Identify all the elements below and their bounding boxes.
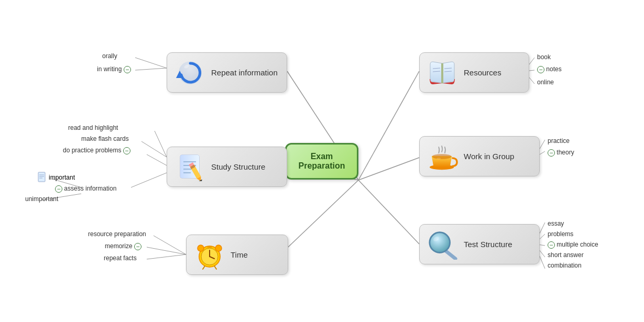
- work-label: Work in Group: [464, 152, 514, 161]
- study-branch-flashcards: make flash cards: [81, 135, 129, 142]
- svg-line-16: [147, 254, 186, 259]
- study-branch-practice: do practice problems −: [63, 147, 130, 154]
- resources-branch-online: online: [537, 79, 554, 86]
- test-branch-essay: essay: [548, 220, 564, 227]
- svg-line-2: [280, 180, 358, 254]
- study-branch-read: read and highlight: [68, 124, 118, 131]
- repeat-icon: [174, 58, 206, 87]
- svg-line-51: [203, 266, 205, 269]
- svg-point-49: [198, 245, 204, 251]
- svg-rect-53: [207, 246, 212, 248]
- test-label: Test Structure: [464, 240, 512, 249]
- svg-line-14: [154, 236, 186, 254]
- work-node: Work in Group: [419, 136, 540, 176]
- test-branch-choice: − multiple choice: [548, 241, 598, 249]
- resources-icon: [427, 58, 459, 87]
- work-icon: [427, 142, 459, 171]
- time-branch-memorize: memorize −: [105, 242, 141, 250]
- study-branch-unimportant: unimportant: [25, 195, 58, 203]
- svg-rect-41: [38, 172, 45, 182]
- study-icon: [174, 152, 206, 181]
- time-label: Time: [231, 250, 248, 259]
- resources-label: Resources: [464, 68, 501, 77]
- test-branch-problems: problems: [548, 230, 573, 238]
- repeat-label: Repeat information: [211, 68, 278, 77]
- important-label: important: [49, 174, 75, 181]
- svg-line-52: [214, 266, 216, 269]
- work-branch-theory: − theory: [548, 149, 574, 157]
- test-minus[interactable]: −: [548, 241, 555, 249]
- svg-line-11: [131, 173, 167, 187]
- study-branch-assess: − assess information: [55, 185, 116, 193]
- svg-line-5: [358, 180, 419, 244]
- resources-branch-notes: − notes: [537, 65, 562, 73]
- time-branch-repeat: repeat facts: [104, 254, 137, 262]
- important-group: important: [38, 172, 75, 183]
- svg-line-3: [358, 71, 419, 180]
- repeat-branch-orally: orally: [102, 52, 117, 60]
- test-branch-combo: combination: [548, 262, 582, 269]
- time-branch-resource: resource preparation: [88, 230, 146, 238]
- resources-minus[interactable]: −: [537, 66, 544, 73]
- svg-line-9: [141, 141, 167, 157]
- svg-line-4: [358, 158, 419, 180]
- test-node: Test Structure: [419, 224, 540, 264]
- study-node: Study Structure: [167, 147, 287, 187]
- study-label: Study Structure: [211, 162, 265, 171]
- time-node: Time: [186, 235, 288, 275]
- svg-point-60: [432, 154, 452, 159]
- svg-line-8: [155, 131, 167, 157]
- work-minus[interactable]: −: [548, 149, 555, 157]
- svg-point-50: [215, 245, 222, 251]
- time-icon: [194, 240, 225, 269]
- doc-icon: [38, 172, 47, 183]
- work-branch-practice: practice: [548, 137, 570, 145]
- svg-line-15: [147, 247, 186, 254]
- resources-branch-book: book: [537, 53, 551, 61]
- resources-node: Resources: [419, 52, 529, 93]
- test-branch-short: short answer: [548, 251, 584, 259]
- svg-point-63: [430, 232, 450, 252]
- study-minus[interactable]: −: [123, 147, 130, 154]
- svg-rect-54: [441, 63, 443, 83]
- svg-point-27: [179, 61, 202, 84]
- test-icon: [427, 230, 459, 259]
- svg-line-62: [445, 250, 455, 258]
- svg-point-61: [436, 157, 441, 159]
- svg-line-10: [147, 154, 167, 165]
- repeat-node: Repeat information: [167, 52, 287, 93]
- assess-minus[interactable]: −: [55, 185, 62, 193]
- repeat-minus[interactable]: −: [124, 66, 131, 73]
- center-label: ExamPreparation: [299, 152, 345, 170]
- repeat-branch-writing: in writing −: [97, 65, 131, 73]
- svg-line-7: [135, 68, 167, 70]
- time-minus[interactable]: −: [134, 243, 141, 250]
- svg-line-6: [135, 58, 167, 68]
- center-node: ExamPreparation: [285, 143, 358, 180]
